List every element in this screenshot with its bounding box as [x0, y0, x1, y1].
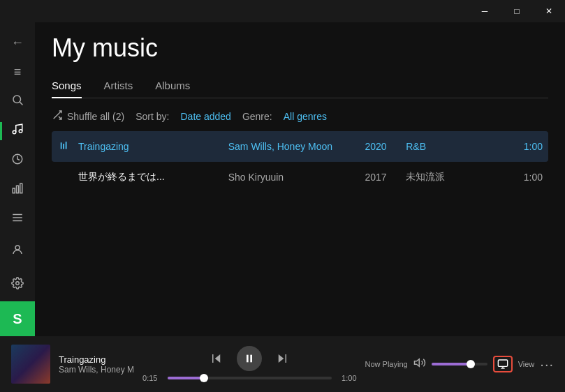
song-artist: Sho Kiryuuin [228, 172, 365, 183]
next-button[interactable] [276, 352, 288, 365]
genre-prefix: Genre: [242, 111, 272, 122]
now-playing-thumbnail [11, 345, 50, 384]
song-duration: 1:00 [508, 172, 543, 183]
settings-icon [11, 277, 24, 293]
sidebar-item-recent[interactable] [0, 146, 35, 175]
maximize-button[interactable]: □ [501, 0, 533, 22]
playlist-icon [11, 211, 24, 227]
svg-point-11 [15, 246, 20, 250]
titlebar: ─ □ ✕ [0, 0, 565, 22]
previous-button[interactable] [210, 352, 223, 365]
shuffle-icon [52, 110, 63, 123]
tabs: Songs Artists Albums [52, 74, 548, 98]
charts-icon [11, 182, 24, 198]
sidebar-bottom: S [0, 234, 35, 336]
song-genre: 未知流派 [406, 171, 508, 183]
progress-bar[interactable]: 0:15 1:00 [142, 374, 357, 382]
svg-rect-25 [498, 360, 507, 366]
sidebar-item-playlist[interactable] [0, 205, 35, 234]
current-time: 0:15 [142, 374, 162, 382]
now-playing-right-controls: Now Playing View ··· [365, 356, 554, 372]
svg-marker-24 [414, 359, 419, 367]
main-content: My music Songs Artists Albums Shuffle al… [35, 22, 565, 336]
controls-bar: Shuffle all (2) Sort by: Date added Genr… [52, 110, 548, 123]
progress-track[interactable] [168, 377, 332, 379]
progress-fill [168, 377, 204, 379]
svg-point-0 [13, 96, 21, 103]
search-icon [11, 93, 24, 110]
now-playing-artist: Sam Wills, Honey M [59, 365, 134, 375]
songs-list: Traingazing Sam Wills, Honey Moon 2020 R… [52, 131, 548, 193]
play-label: Now Playing [365, 360, 408, 368]
screen-mode-button[interactable] [493, 356, 513, 372]
svg-rect-16 [63, 144, 64, 149]
now-playing-bar: Traingazing Sam Wills, Honey M [0, 336, 565, 392]
svg-rect-20 [247, 355, 249, 363]
spotify-icon: S [13, 311, 22, 327]
svg-point-12 [16, 281, 20, 285]
song-genre: R&B [406, 141, 508, 152]
playing-indicator-icon [57, 141, 71, 153]
svg-rect-7 [20, 183, 22, 193]
sidebar-item-search[interactable] [0, 87, 35, 116]
svg-rect-15 [61, 142, 62, 149]
minimize-button[interactable]: ─ [469, 0, 501, 22]
svg-rect-5 [13, 188, 15, 193]
now-playing-info: Traingazing Sam Wills, Honey M [59, 354, 134, 375]
genre-value[interactable]: All genres [284, 111, 327, 122]
more-options-button[interactable]: ··· [540, 356, 554, 372]
titlebar-controls: ─ □ ✕ [469, 0, 565, 22]
song-year: 2017 [365, 172, 406, 183]
recent-icon [11, 153, 24, 169]
playback-buttons [210, 346, 288, 371]
svg-rect-6 [17, 186, 19, 193]
shuffle-button[interactable]: Shuffle all (2) [52, 110, 124, 123]
sidebar-item-settings[interactable] [0, 268, 35, 301]
svg-line-1 [20, 103, 22, 105]
sidebar: ← ≡ [0, 22, 35, 336]
volume-button[interactable] [413, 356, 426, 372]
svg-marker-22 [279, 354, 284, 363]
song-title: Traingazing [57, 141, 228, 153]
svg-point-2 [13, 131, 16, 135]
page-title: My music [52, 33, 548, 63]
sidebar-item-music[interactable] [0, 116, 35, 146]
svg-rect-21 [251, 355, 253, 363]
close-button[interactable]: ✕ [533, 0, 565, 22]
song-title: 世界が終るまでは... [57, 171, 228, 183]
shuffle-label: Shuffle all (2) [67, 111, 124, 122]
back-icon: ← [11, 36, 24, 50]
total-time: 1:00 [337, 374, 357, 382]
now-playing-controls: 0:15 1:00 [142, 346, 357, 382]
volume-fill [432, 363, 471, 365]
sort-value[interactable]: Date added [180, 111, 230, 122]
sidebar-item-back[interactable]: ← [0, 28, 35, 57]
song-year: 2020 [365, 141, 406, 152]
sidebar-item-charts[interactable] [0, 175, 35, 204]
svg-rect-17 [66, 142, 67, 149]
now-playing-title: Traingazing [59, 354, 134, 365]
view-label: View [518, 360, 535, 368]
volume-track[interactable] [432, 363, 487, 365]
svg-point-3 [19, 130, 22, 133]
sidebar-item-menu[interactable]: ≡ [0, 57, 35, 86]
progress-thumb[interactable] [200, 374, 208, 382]
svg-marker-18 [215, 354, 221, 363]
tab-artists[interactable]: Artists [104, 74, 133, 98]
sort-prefix: Sort by: [135, 111, 169, 122]
spotify-logo[interactable]: S [0, 301, 35, 336]
song-artist: Sam Wills, Honey Moon [228, 141, 365, 152]
pause-button[interactable] [237, 346, 262, 371]
volume-thumb[interactable] [467, 360, 475, 368]
song-duration: 1:00 [508, 141, 543, 152]
sidebar-item-account[interactable] [0, 234, 35, 268]
tab-albums[interactable]: Albums [155, 74, 190, 98]
tab-songs[interactable]: Songs [52, 74, 82, 98]
table-row[interactable]: 世界が終るまでは... Sho Kiryuuin 2017 未知流派 1:00 [52, 162, 548, 193]
menu-icon: ≡ [14, 65, 22, 80]
account-icon [11, 243, 24, 259]
music-icon [11, 123, 24, 139]
table-row[interactable]: Traingazing Sam Wills, Honey Moon 2020 R… [52, 131, 548, 162]
